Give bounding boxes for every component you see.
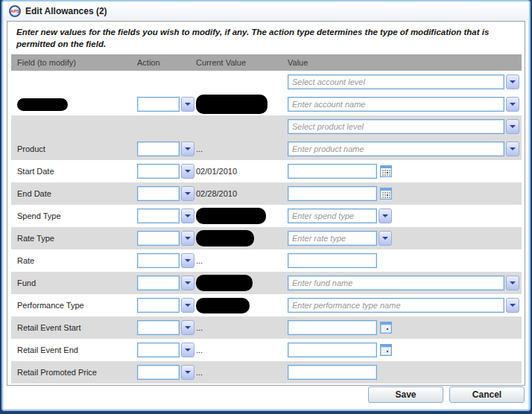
value-input[interactable]: [288, 74, 504, 89]
value-input[interactable]: [288, 343, 377, 357]
cancel-button[interactable]: Cancel: [449, 386, 525, 403]
field-label: Retail Promoted Price: [17, 368, 97, 377]
current-value: ...: [196, 368, 203, 377]
action-select[interactable]: [137, 208, 180, 223]
header-current-value: Current Value: [193, 58, 288, 67]
table-row: End Date02/28/2010: [11, 182, 522, 205]
calendar-button[interactable]: [379, 321, 393, 334]
dropdown-button[interactable]: [506, 276, 519, 290]
current-value: ...: [196, 144, 203, 153]
chevron-down-icon: [185, 326, 191, 329]
dialog-content: Enter new values for the fields you wish…: [7, 21, 525, 386]
redacted-current-value: [196, 298, 250, 313]
table-row: [11, 115, 522, 138]
value-input[interactable]: [288, 208, 377, 223]
chevron-down-icon: [185, 103, 191, 106]
field-label: Rate: [17, 256, 34, 265]
header-action: Action: [137, 58, 193, 67]
field-label: End Date: [17, 189, 51, 198]
calendar-icon: [380, 322, 392, 334]
dialog-title: Edit Allowances (2): [25, 6, 107, 16]
current-value: ...: [196, 323, 203, 332]
value-input[interactable]: [288, 298, 504, 313]
dropdown-button[interactable]: [506, 97, 519, 112]
table-row: Retail Event End...: [11, 339, 522, 361]
action-select[interactable]: [137, 320, 180, 335]
table-row: Fund: [11, 272, 522, 294]
value-input[interactable]: [288, 320, 377, 335]
redacted-current-value: [196, 230, 254, 246]
chevron-down-icon: [510, 103, 516, 106]
redacted-field-label: [17, 98, 68, 111]
action-select[interactable]: [137, 298, 180, 313]
value-input[interactable]: [288, 253, 377, 268]
value-input[interactable]: [288, 186, 377, 201]
table-row: Rate...: [11, 249, 522, 272]
calendar-button[interactable]: [379, 187, 393, 200]
action-select[interactable]: [137, 253, 180, 268]
value-input[interactable]: [288, 231, 377, 246]
value-input[interactable]: [288, 97, 504, 112]
table-row: Retail Promoted Price...: [11, 361, 522, 383]
field-label: Rate Type: [17, 234, 54, 243]
current-value: ...: [196, 256, 203, 265]
chevron-down-icon: [185, 237, 191, 240]
table-row: [11, 93, 522, 115]
dropdown-button[interactable]: [506, 119, 519, 134]
table-row: [11, 71, 522, 93]
dropdown-button[interactable]: [379, 208, 392, 223]
chevron-down-icon: [185, 304, 191, 307]
field-label: Retail Event End: [17, 345, 78, 354]
action-select[interactable]: [137, 365, 180, 380]
header-field: Field (to modify): [11, 58, 137, 67]
chevron-down-icon: [382, 237, 388, 240]
field-label: Product: [17, 144, 45, 153]
chevron-down-icon: [185, 192, 191, 195]
action-select[interactable]: [137, 141, 180, 156]
chevron-down-icon: [185, 348, 191, 351]
table-row: Spend Type: [11, 205, 522, 227]
chevron-down-icon: [185, 259, 191, 262]
chevron-down-icon: [510, 304, 516, 307]
value-input[interactable]: [288, 119, 504, 134]
table-row: Retail Event Start...: [11, 316, 522, 339]
table-row: Start Date02/01/2010: [11, 160, 522, 182]
dialog-footer: Save Cancel: [3, 386, 529, 410]
field-label: Start Date: [17, 167, 54, 176]
table-row: Product...: [11, 138, 522, 160]
chevron-down-icon: [185, 281, 191, 284]
chevron-down-icon: [510, 147, 516, 150]
instruction-text: Enter new values for the fields you wish…: [7, 22, 525, 54]
dropdown-button[interactable]: [506, 141, 519, 156]
calendar-button[interactable]: [379, 165, 393, 178]
redacted-current-value: [196, 95, 267, 114]
action-select[interactable]: [137, 164, 180, 179]
chevron-down-icon: [185, 147, 191, 150]
value-input[interactable]: [288, 164, 377, 179]
current-value: 02/01/2010: [196, 167, 237, 176]
chevron-down-icon: [185, 371, 191, 374]
action-select[interactable]: [137, 186, 180, 201]
field-label: Fund: [17, 278, 36, 287]
action-select[interactable]: [137, 231, 180, 246]
dialog-titlebar: APS Edit Allowances (2): [3, 1, 529, 21]
save-button[interactable]: Save: [368, 386, 443, 403]
action-select[interactable]: [137, 276, 180, 290]
dropdown-button[interactable]: [506, 74, 519, 89]
field-label: Retail Event Start: [17, 323, 81, 332]
table-row: Rate Type: [11, 227, 522, 249]
allowance-table: Field (to modify) Action Current Value V…: [11, 54, 522, 383]
action-select[interactable]: [137, 97, 180, 112]
table-body: Product...Start Date02/01/2010End Date02…: [11, 71, 522, 383]
dropdown-button[interactable]: [379, 231, 392, 246]
value-input[interactable]: [288, 141, 504, 156]
calendar-button[interactable]: [379, 343, 393, 357]
dropdown-button[interactable]: [506, 298, 519, 313]
chevron-down-icon: [185, 170, 191, 173]
chevron-down-icon: [510, 80, 516, 83]
current-value: 02/28/2010: [196, 189, 237, 198]
current-value: ...: [196, 345, 203, 354]
value-input[interactable]: [288, 276, 504, 290]
action-select[interactable]: [137, 343, 180, 357]
value-input[interactable]: [288, 365, 377, 380]
